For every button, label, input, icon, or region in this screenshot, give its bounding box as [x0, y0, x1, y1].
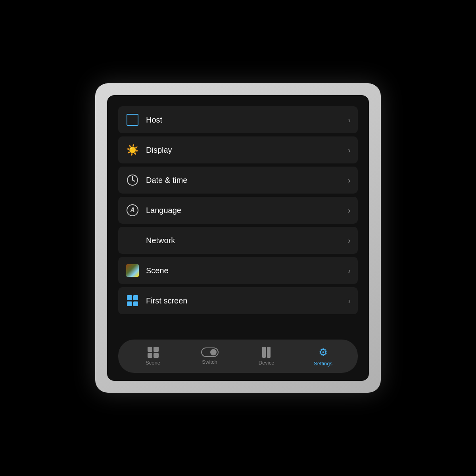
screen: Host › ☀️ Display ›: [107, 95, 369, 381]
menu-item-host[interactable]: Host ›: [118, 106, 358, 133]
menu-item-language[interactable]: A Language ›: [118, 197, 358, 224]
menu-list: Host › ☀️ Display ›: [118, 106, 358, 336]
menu-label-firstscreen: First screen: [146, 296, 348, 305]
nav-label-switch: Switch: [202, 359, 217, 365]
datetime-icon: [127, 174, 138, 186]
menu-label-display: Display: [146, 146, 348, 155]
device-bezel: Host › ☀️ Display ›: [95, 83, 381, 393]
chevron-icon-datetime: ›: [348, 176, 351, 185]
menu-item-display[interactable]: ☀️ Display ›: [118, 136, 358, 163]
datetime-icon-container: [125, 173, 140, 187]
language-icon-container: A: [125, 203, 140, 217]
nav-item-device[interactable]: Device: [247, 347, 286, 366]
firstscreen-icon: [127, 295, 138, 306]
switch-icon: [201, 347, 219, 357]
menu-label-language: Language: [146, 206, 348, 215]
menu-label-network: Network: [146, 236, 348, 245]
language-icon: A: [127, 204, 138, 216]
chevron-icon-scene: ›: [348, 266, 351, 275]
nav-label-settings: Settings: [314, 361, 332, 367]
menu-label-host: Host: [146, 115, 348, 125]
menu-item-datetime[interactable]: Date & time ›: [118, 167, 358, 194]
menu-item-scene[interactable]: Scene ›: [118, 257, 358, 284]
settings-gear-icon: ⚙: [319, 346, 328, 359]
nav-label-scene: Scene: [146, 360, 160, 366]
chevron-icon-host: ›: [348, 115, 351, 125]
network-icon-container: [125, 233, 140, 248]
chevron-icon-network: ›: [348, 236, 351, 245]
nav-label-device: Device: [259, 360, 274, 366]
scene-icon-container: [125, 263, 140, 278]
chevron-icon-display: ›: [348, 146, 351, 155]
display-icon: ☀️: [126, 144, 139, 156]
nav-item-settings[interactable]: ⚙ Settings: [303, 346, 343, 367]
chevron-icon-language: ›: [348, 206, 351, 215]
host-icon: [127, 114, 138, 126]
menu-item-firstscreen[interactable]: First screen ›: [118, 287, 358, 314]
chevron-icon-firstscreen: ›: [348, 296, 351, 305]
host-icon-container: [125, 113, 140, 127]
nav-item-switch[interactable]: Switch: [190, 347, 230, 365]
bottom-nav: Scene Switch Device ⚙ Settings: [118, 340, 358, 373]
display-icon-container: ☀️: [125, 143, 140, 157]
scene-nav-icon: [148, 347, 159, 358]
nav-item-scene[interactable]: Scene: [133, 347, 173, 366]
menu-label-scene: Scene: [146, 266, 348, 275]
menu-item-network[interactable]: Network ›: [118, 227, 358, 254]
menu-label-datetime: Date & time: [146, 176, 348, 185]
scene-icon: [126, 264, 139, 277]
firstscreen-icon-container: [125, 294, 140, 308]
svg-line-2: [132, 180, 135, 181]
device-icon: [262, 347, 271, 358]
